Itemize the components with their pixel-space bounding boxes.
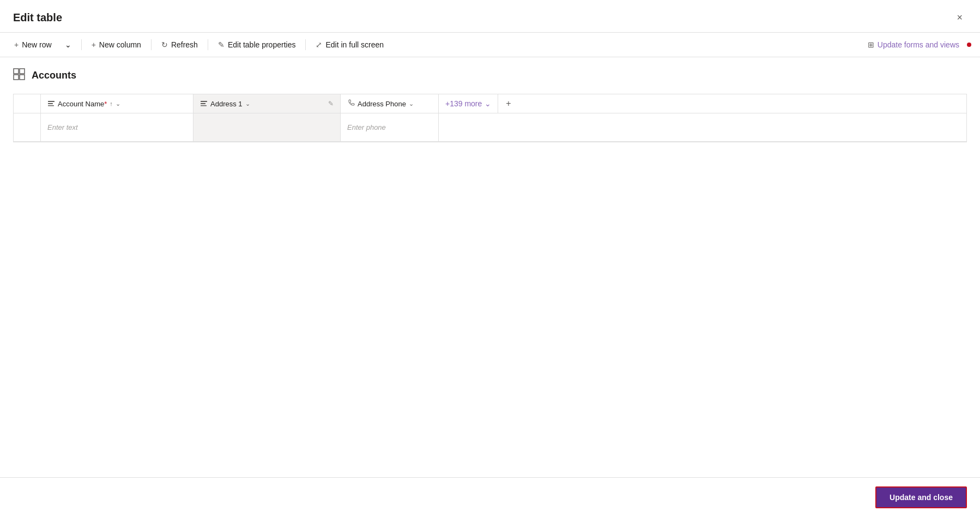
toolbar-separator-1 [81, 39, 82, 50]
column-header-account-name[interactable]: Account Name* ↑ ⌄ [41, 94, 193, 113]
dialog-title-bar: Edit table × [0, 0, 980, 33]
table-row: Enter text Enter phone [14, 113, 966, 142]
svg-rect-6 [48, 105, 54, 106]
edit-fullscreen-button[interactable]: ⤢ Edit in full screen [310, 37, 389, 52]
edit-table-properties-button[interactable]: ✎ Edit table properties [213, 37, 301, 52]
refresh-label: Refresh [171, 40, 198, 49]
pencil-icon: ✎ [218, 40, 225, 49]
update-forms-label: Update forms and views [878, 40, 959, 49]
refresh-icon: ↻ [161, 40, 168, 49]
svg-rect-4 [48, 101, 55, 102]
sort-asc-icon: ↑ [110, 100, 113, 107]
table-grid-icon [13, 68, 25, 83]
svg-rect-0 [14, 69, 19, 74]
account-name-col-icon [47, 99, 55, 109]
chevron-down-icon: ⌄ [65, 40, 71, 49]
row-number-header [14, 94, 41, 113]
svg-rect-1 [20, 69, 25, 74]
dialog-footer: Update and close [0, 477, 980, 517]
forms-icon: ⊞ [868, 40, 874, 49]
required-star: * [104, 100, 107, 108]
close-button[interactable]: × [952, 10, 967, 26]
table-name: Accounts [32, 70, 76, 81]
notification-dot [967, 43, 971, 47]
add-icon: + [506, 99, 511, 109]
toolbar-separator-2 [151, 39, 152, 50]
toolbar-separator-4 [305, 39, 306, 50]
address-phone-cell[interactable]: Enter phone [341, 113, 439, 141]
address-phone-chevron-icon: ⌄ [409, 100, 414, 107]
svg-rect-3 [20, 75, 25, 80]
phone-col-icon [347, 99, 355, 109]
toolbar-separator-3 [208, 39, 208, 50]
account-name-col-label: Account Name* [58, 100, 107, 108]
column-header-address1[interactable]: Address 1 ⌄ ✎ [193, 94, 341, 113]
new-row-button[interactable]: + New row [9, 37, 57, 52]
more-columns-header[interactable]: +139 more ⌄ [439, 94, 498, 113]
svg-rect-9 [201, 105, 207, 106]
new-row-label: New row [22, 40, 51, 49]
svg-rect-8 [201, 103, 205, 104]
table-head-row: Account Name* ↑ ⌄ Address 1 ⌄ [14, 94, 966, 113]
add-column-button[interactable]: + [498, 94, 518, 113]
refresh-button[interactable]: ↻ Refresh [156, 37, 203, 52]
address1-col-icon [200, 99, 208, 109]
dialog-title: Edit table [13, 11, 62, 24]
column-header-address-phone[interactable]: Address Phone ⌄ [341, 94, 439, 113]
row-number-cell [14, 113, 41, 141]
account-name-chevron-icon: ⌄ [116, 100, 120, 107]
plus-icon: + [14, 40, 19, 49]
edit-table-dialog: Edit table × + New row ⌄ + New column ↻ … [0, 0, 980, 517]
account-name-placeholder: Enter text [47, 123, 78, 131]
table-header: Accounts [13, 68, 967, 83]
address1-cell[interactable] [193, 113, 341, 141]
new-column-label: New column [99, 40, 141, 49]
expand-icon: ⤢ [316, 40, 322, 49]
edit-col-icon[interactable]: ✎ [328, 100, 334, 107]
toolbar-right: ⊞ Update forms and views [862, 37, 971, 52]
new-row-dropdown-button[interactable]: ⌄ [59, 37, 77, 52]
data-table: Account Name* ↑ ⌄ Address 1 ⌄ [13, 94, 967, 142]
edit-table-properties-label: Edit table properties [228, 40, 296, 49]
edit-fullscreen-label: Edit in full screen [325, 40, 384, 49]
more-columns-chevron: ⌄ [485, 99, 491, 108]
address-phone-col-label: Address Phone [358, 100, 406, 108]
content-area: Accounts Account Name* [0, 57, 980, 477]
update-forms-button[interactable]: ⊞ Update forms and views [862, 37, 965, 52]
plus-icon-2: + [92, 40, 96, 49]
address1-chevron-icon: ⌄ [245, 100, 250, 107]
more-columns-label: +139 more [445, 99, 482, 108]
svg-rect-5 [48, 103, 53, 104]
svg-rect-2 [14, 75, 19, 80]
address1-col-label: Address 1 [210, 100, 243, 108]
toolbar: + New row ⌄ + New column ↻ Refresh ✎ Edi… [0, 33, 980, 57]
svg-rect-7 [201, 101, 207, 102]
update-and-close-button[interactable]: Update and close [875, 486, 967, 508]
address-phone-placeholder: Enter phone [347, 123, 386, 131]
account-name-cell[interactable]: Enter text [41, 113, 193, 141]
new-column-button[interactable]: + New column [86, 37, 147, 52]
